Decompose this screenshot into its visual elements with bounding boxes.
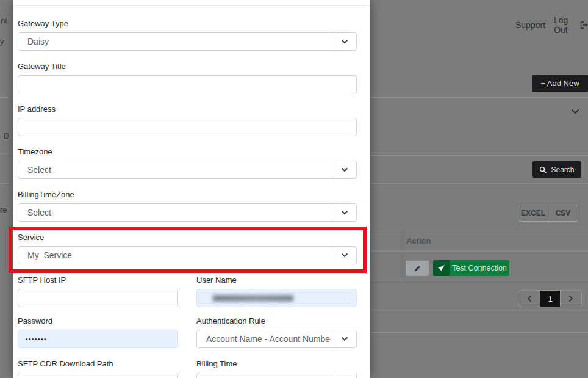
export-button-group: EXCEL CSV [518, 205, 578, 222]
timezone-label: Timezone [18, 147, 357, 157]
service-select[interactable]: My_Service [18, 246, 357, 264]
field-authentication-rule: Authentication Rule Account Name - Accou… [196, 316, 357, 348]
topbar: Support Log Out [515, 15, 588, 35]
chevron-left-icon [527, 296, 532, 302]
gateway-title-input[interactable] [18, 75, 357, 93]
test-connection-label: Test Connection [450, 260, 509, 276]
table-column-divider [401, 230, 401, 280]
action-column-header: Action [406, 236, 431, 245]
authentication-rule-value: Account Name - Account Number [197, 330, 331, 347]
edit-button[interactable] [406, 261, 429, 276]
user-name-label: User Name [196, 275, 357, 285]
divider [0, 209, 9, 209]
password-label: Password [18, 316, 178, 326]
field-user-name: User Name [196, 275, 357, 307]
pencil-icon [414, 264, 421, 272]
search-label: Search [551, 165, 574, 174]
divider [370, 332, 588, 333]
gateway-type-select[interactable]: Daisy [18, 32, 357, 51]
sidebar-text-fragment: y [0, 37, 4, 46]
logout-link[interactable]: Log Out [554, 15, 588, 35]
sftp-cdr-path-input[interactable] [18, 373, 178, 378]
user-name-input[interactable] [196, 289, 357, 307]
support-link[interactable]: Support [515, 20, 545, 30]
chevron-down-icon [332, 204, 356, 221]
sidebar-text-fragment: ni [1, 16, 7, 25]
divider [370, 97, 588, 98]
sftp-cdr-path-label: SFTP CDR Download Path [18, 359, 178, 369]
csv-button[interactable]: CSV [548, 205, 578, 221]
modal-header [13, 0, 370, 6]
search-button[interactable]: Search [532, 161, 581, 178]
add-new-button[interactable]: + Add New [532, 75, 588, 92]
field-billing-timezone: BillingTimeZone Select [18, 190, 357, 222]
field-sftp-host-ip: SFTP Host IP [18, 275, 178, 307]
service-value: My_Service [18, 247, 331, 264]
divider [370, 183, 588, 184]
password-input[interactable] [18, 330, 178, 348]
field-row: SFTP Host IP User Name [18, 275, 357, 307]
table-header-border [370, 251, 588, 252]
chevron-down-icon [332, 33, 356, 50]
field-gateway-type: Gateway Type Daisy [18, 19, 357, 51]
chevron-down-icon [332, 330, 356, 347]
billing-time-label: Billing Time [196, 359, 357, 369]
table-top-border [370, 230, 588, 230]
rocket-icon [433, 260, 450, 276]
field-sftp-cdr-path: SFTP CDR Download Path [18, 359, 178, 378]
gateway-type-value: Daisy [18, 33, 331, 50]
prev-page-button[interactable] [518, 291, 540, 307]
timezone-select[interactable]: Select [18, 161, 357, 179]
sidebar-text-fragment: re [0, 205, 7, 214]
modal-body: Gateway Type Daisy Gateway Title IP addr… [13, 6, 370, 378]
excel-button[interactable]: EXCEL [518, 205, 548, 221]
page: ni y D re Support Log Out + Add New [0, 0, 588, 378]
add-new-label: + Add New [540, 79, 579, 88]
ip-address-input[interactable] [18, 118, 357, 136]
service-label: Service [18, 233, 357, 242]
billing-timezone-select[interactable]: Select [18, 203, 357, 222]
field-service: Service My_Service [18, 233, 357, 264]
gateway-type-label: Gateway Type [18, 19, 357, 29]
field-gateway-title: Gateway Title [18, 62, 357, 93]
field-ip-address: IP address [18, 104, 357, 136]
chevron-down-icon [332, 373, 356, 378]
chevron-down-icon [332, 161, 356, 178]
table-row-border [370, 280, 588, 280]
timezone-value: Select [18, 161, 331, 178]
chevron-right-icon [568, 296, 573, 302]
pagination: 1 [518, 290, 582, 307]
next-page-button[interactable] [560, 291, 581, 307]
logout-label: Log Out [554, 15, 576, 35]
search-icon [539, 166, 547, 173]
authentication-rule-label: Authentication Rule [196, 316, 357, 326]
chevron-down-icon[interactable] [571, 106, 579, 117]
sftp-host-ip-input[interactable] [18, 289, 178, 307]
chevron-down-icon [332, 247, 356, 264]
field-password: Password [18, 316, 178, 348]
sftp-host-ip-label: SFTP Host IP [18, 275, 178, 285]
billing-time-select[interactable] [196, 373, 357, 378]
divider [0, 154, 9, 154]
field-billing-time: Billing Time [196, 359, 357, 378]
divider [0, 183, 9, 184]
field-timezone: Timezone Select [18, 147, 357, 179]
user-name-redacted-value [213, 295, 293, 302]
divider [0, 97, 9, 98]
divider [370, 155, 588, 156]
sidebar-text-fragment: D [4, 132, 9, 140]
divider [370, 310, 588, 310]
test-connection-button[interactable]: Test Connection [433, 260, 509, 276]
logout-icon [579, 21, 588, 29]
authentication-rule-select[interactable]: Account Name - Account Number [196, 330, 357, 348]
field-row: Password Authentication Rule Account Nam… [18, 316, 357, 348]
billing-timezone-label: BillingTimeZone [18, 190, 357, 200]
field-row: SFTP CDR Download Path Billing Time [18, 359, 357, 378]
current-page-button[interactable]: 1 [540, 291, 560, 307]
billing-timezone-value: Select [18, 204, 331, 221]
gateway-title-label: Gateway Title [18, 62, 357, 71]
ip-address-label: IP address [18, 104, 357, 114]
gateway-settings-modal: Gateway Type Daisy Gateway Title IP addr… [13, 0, 370, 378]
